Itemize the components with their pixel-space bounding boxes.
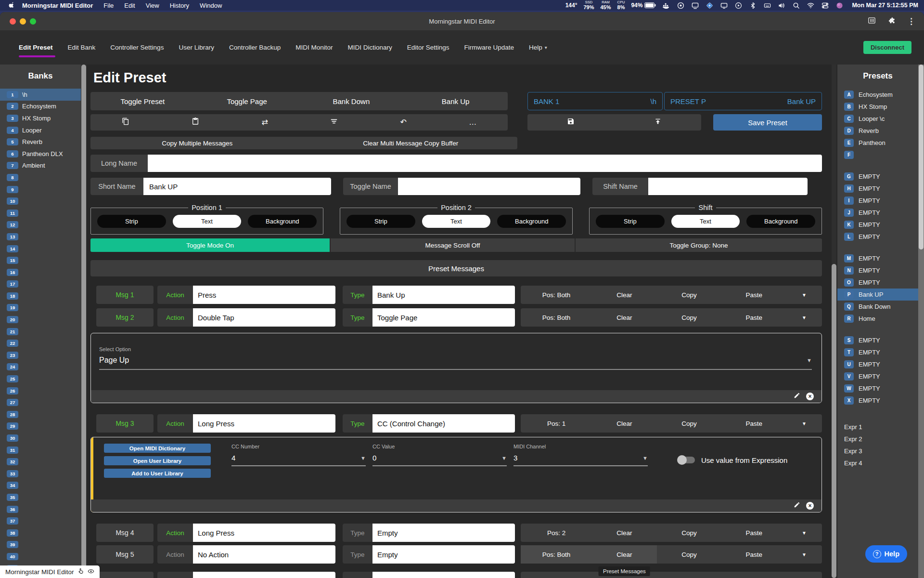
bank-list-item[interactable]: 40 (0, 551, 81, 563)
display-icon[interactable] (720, 1, 728, 10)
bank-list-item[interactable]: 25 (0, 373, 81, 385)
bank-list-item[interactable]: 19 (0, 302, 81, 314)
select-option-caret[interactable]: ▼ (807, 357, 812, 363)
kebab-menu-icon[interactable]: ⋮ (907, 16, 915, 26)
preset-list-item[interactable]: W EMPTY (837, 382, 918, 394)
msg6-copy-button[interactable]: Copy (657, 572, 722, 578)
cc-library-button[interactable]: Open MIDI Dictionary (104, 444, 211, 453)
msg4-paste-button[interactable]: Paste (721, 524, 786, 542)
preset-list-item[interactable]: B HX Stomp (837, 101, 918, 113)
bluetooth-icon[interactable] (749, 1, 757, 10)
msg5-type-select[interactable]: Empty (372, 545, 515, 564)
temperature-readout[interactable]: 144° (565, 2, 578, 9)
paste-icon[interactable] (192, 118, 199, 127)
msg2-pos-button[interactable]: Pos: Both (521, 308, 592, 327)
banks-scrollbar[interactable] (81, 65, 87, 578)
preset-list-item[interactable]: E Pantheon (837, 137, 918, 149)
disconnect-button[interactable]: Disconnect (863, 41, 911, 54)
msg5-pos-button[interactable]: Pos: Both (521, 545, 592, 564)
bank-list-item[interactable]: 9 (0, 184, 81, 196)
toggle-mode-button[interactable]: Toggle Mode On (90, 238, 330, 252)
msg1-paste-button[interactable]: Paste (721, 286, 786, 304)
preset-list-item[interactable]: A Echosystem (837, 89, 918, 101)
bank-list-item[interactable]: 24 (0, 361, 81, 373)
bank-list-item[interactable]: 3 HX Stomp (0, 112, 81, 124)
cc-field-value[interactable]: 0 (372, 454, 376, 462)
main-scrollbar-thumb[interactable] (832, 264, 836, 578)
bank-list-item[interactable]: 10 (0, 195, 81, 207)
menubar-menu[interactable]: Edit (124, 2, 135, 9)
sort-icon[interactable] (330, 118, 338, 127)
window-scrollbar[interactable] (918, 65, 924, 578)
shift-name-input[interactable] (648, 178, 808, 195)
search-icon[interactable] (792, 1, 800, 10)
preset-list-item[interactable]: C Looper \c (837, 113, 918, 125)
switch-control-icon[interactable] (821, 1, 829, 10)
docker-icon[interactable] (662, 1, 670, 10)
msg2-clear-button[interactable]: Clear (592, 308, 657, 327)
text-option-button[interactable]: Text (671, 215, 740, 228)
bank-list-item[interactable]: 38 (0, 527, 81, 539)
banks-scrollbar-thumb[interactable] (81, 65, 86, 577)
msg6-expand-caret[interactable]: ▼ (786, 572, 822, 578)
nav-tab[interactable]: Editor Settings (401, 30, 458, 65)
msg6-paste-button[interactable]: Paste (721, 572, 786, 578)
battery-indicator[interactable]: 94% (631, 2, 656, 9)
bank-list-item[interactable]: 5 Reverb (0, 136, 81, 148)
strip-option-button[interactable]: Strip (346, 215, 415, 228)
bank-list-item[interactable]: 4 Looper (0, 124, 81, 136)
menubar-app-name[interactable]: Morningstar MIDI Editor (22, 2, 93, 9)
bank-list-item[interactable]: 31 (0, 444, 81, 456)
background-option-button[interactable]: Background (497, 215, 566, 228)
reader-view-icon[interactable] (868, 16, 876, 26)
preset-list-item[interactable]: N EMPTY (837, 264, 918, 276)
nav-tab[interactable]: Edit Bank (62, 30, 104, 65)
nav-tab[interactable]: MIDI Monitor (289, 30, 341, 65)
preset-list-item[interactable]: Q Bank Down (837, 301, 918, 313)
assistant-icon[interactable] (835, 1, 844, 10)
nav-tab[interactable]: Firmware Update (458, 30, 523, 65)
bank-list-item[interactable]: 21 (0, 326, 81, 338)
strip-option-button[interactable]: Strip (596, 215, 665, 228)
expression-toggle-switch[interactable] (679, 457, 695, 463)
bank-list-item[interactable]: 2 Echosystem (0, 101, 81, 113)
bank-list-item[interactable]: 18 (0, 290, 81, 302)
msg4-copy-button[interactable]: Copy (657, 524, 722, 542)
background-option-button[interactable]: Background (248, 215, 317, 228)
bank-list-item[interactable]: 36 (0, 503, 81, 515)
msg5-paste-button[interactable]: Paste (721, 545, 786, 564)
nav-tab[interactable]: Edit Preset (13, 30, 62, 65)
system-stat[interactable]: SSD 79% (583, 0, 594, 10)
edit-icon[interactable] (794, 392, 800, 401)
bank-list-item[interactable]: 30 (0, 432, 81, 444)
msg1-pos-button[interactable]: Pos: Both (521, 286, 592, 304)
preset-list-item[interactable]: T EMPTY (837, 346, 918, 358)
preset-action-button[interactable]: Bank Up (403, 92, 508, 110)
swap-icon[interactable]: ⇄ (261, 118, 268, 126)
preset-indicator[interactable]: PRESET P Bank UP (664, 92, 822, 110)
msg6-action-select[interactable]: No Action (193, 572, 335, 578)
msg4-type-select[interactable]: Empty (372, 524, 515, 542)
preset-list-item[interactable]: K EMPTY (837, 219, 918, 231)
preset-list-item[interactable]: I EMPTY (837, 195, 918, 207)
wifi-icon[interactable] (807, 1, 815, 10)
msg1-clear-button[interactable]: Clear (592, 286, 657, 304)
bank-list-item[interactable]: 27 (0, 396, 81, 408)
volume-icon[interactable] (778, 1, 786, 10)
bank-list-item[interactable]: 29 (0, 420, 81, 433)
main-scrollbar[interactable] (832, 65, 836, 578)
expression-list-item[interactable]: Expr 1 (837, 421, 918, 433)
expression-list-item[interactable]: Expr 2 (837, 433, 918, 445)
bank-list-item[interactable]: 20 (0, 314, 81, 326)
screen-mirror-icon[interactable] (691, 1, 699, 10)
menubar-menu[interactable]: Window (200, 2, 222, 9)
short-name-input[interactable]: Bank UP (143, 178, 331, 195)
msg1-label[interactable]: Msg 1 (96, 286, 154, 304)
bank-list-item[interactable]: 33 (0, 468, 81, 480)
system-stat[interactable]: RAM 45% (600, 0, 611, 10)
bank-list-item[interactable]: 23 (0, 349, 81, 361)
msg3-clear-button[interactable]: Clear (592, 414, 657, 433)
nav-tab[interactable]: Help ▾ (523, 30, 553, 65)
cc-library-button[interactable]: Add to User Library (104, 469, 211, 478)
preset-list-item[interactable]: X EMPTY (837, 394, 918, 407)
